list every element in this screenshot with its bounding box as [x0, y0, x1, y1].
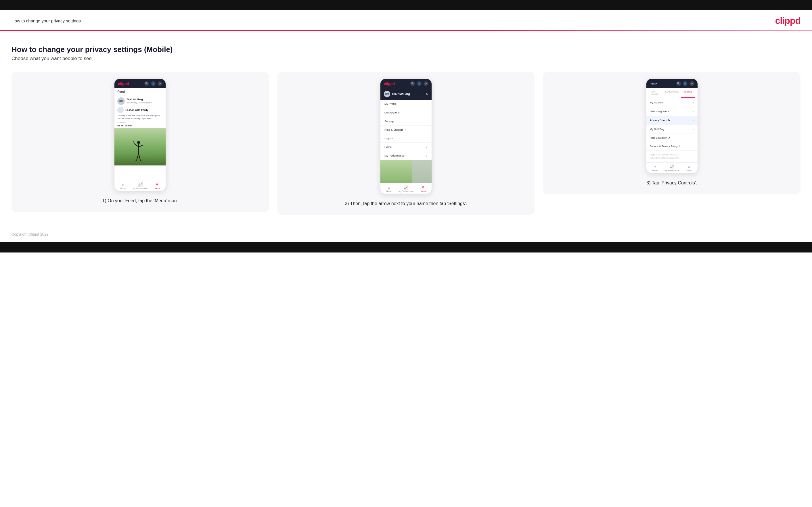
- step-3-label: 3) Tap ‘Privacy Controls’.: [646, 179, 697, 186]
- lesson-title: Lesson with Fordy: [125, 109, 148, 111]
- myaccount-chevron: ›: [693, 101, 694, 104]
- settings-footer: Clippd Client Version: 2022.8.3-3 GQL Se…: [646, 151, 698, 162]
- phone-3-bottom-nav: ⌂ Home 📈 My Performance ≡ Menu: [646, 162, 698, 173]
- bottom-nav-menu[interactable]: ≡ Menu: [149, 182, 166, 189]
- settings-item-helpsupport[interactable]: Help & Support ↗: [646, 134, 698, 142]
- settings-tabs: My Profile Connections Settings: [646, 88, 698, 98]
- lesson-duration-value: 01 hr : 30 min: [114, 124, 166, 128]
- tab-connections[interactable]: Connections: [663, 88, 681, 98]
- steps-container: clippd 🔍 👤 ⚙ Feed BM Blair McHarg: [11, 72, 801, 215]
- phone-1-bottom-nav: ⌂ Home 📈 My Performance ≡ Menu: [114, 180, 166, 191]
- bottom-nav-2-close[interactable]: ✕ Menu: [415, 185, 432, 192]
- menu-section-performance[interactable]: My Performance ∨: [380, 151, 432, 160]
- menu-section: Home ∨ My Performance ∨: [380, 143, 432, 160]
- helpsupport-label: Help & Support ↗: [650, 136, 670, 139]
- menu-item-settings[interactable]: Settings: [380, 117, 432, 125]
- settings-icon-3: ⚙: [690, 81, 694, 86]
- top-bar: [0, 0, 812, 10]
- settings-item-myaccount[interactable]: My Account ›: [646, 98, 698, 107]
- header-title: How to change your privacy settings: [11, 18, 81, 23]
- performance-icon: 📈: [138, 182, 143, 187]
- phone-2-bg: [380, 160, 432, 183]
- bg-overlay: [412, 160, 432, 183]
- settings-item-mygolfbag[interactable]: My Golf Bag ›: [646, 125, 698, 134]
- settings-list: My Account › Data Integrations › Privacy…: [646, 98, 698, 151]
- settings-item-dataintegrations[interactable]: Data Integrations ›: [646, 107, 698, 116]
- menu-label-3: Menu: [687, 169, 692, 171]
- bottom-nav-2-performance: 📈 My Performance: [397, 185, 414, 192]
- svg-line-5: [137, 153, 139, 160]
- golfer-svg: [132, 139, 145, 165]
- home-icon: ⌂: [122, 182, 124, 187]
- user-icon-3: 👤: [683, 81, 688, 86]
- menu-item-connections[interactable]: Connections: [380, 108, 432, 117]
- myaccount-label: My Account: [650, 101, 663, 104]
- page-heading: How to change your privacy settings (Mob…: [11, 45, 801, 54]
- performance-icon-2: 📈: [403, 185, 408, 189]
- menu-user-row[interactable]: BM Blair McHarg ∧: [380, 88, 432, 100]
- user-icon: 👤: [151, 81, 156, 86]
- bottom-nav-3-menu[interactable]: ≡ Menu: [680, 164, 697, 171]
- footer-line1: Clippd Client Version: 2022.8.3-3: [650, 153, 694, 157]
- phone-3-icons: 🔍 👤 ⚙: [676, 81, 694, 86]
- menu-icon-3: ≡: [688, 164, 690, 169]
- phone-1-logo: clippd: [118, 81, 129, 86]
- copyright-text: Copyright Clippd 2022: [11, 232, 49, 236]
- main-content: How to change your privacy settings (Mob…: [0, 39, 812, 226]
- dataintegrations-label: Data Integrations: [650, 110, 670, 113]
- menu-item-logout[interactable]: Logout: [380, 134, 432, 143]
- feed-post-meta: Blair McHarg Yesterday · Sunningdale: [127, 98, 152, 104]
- home-label-3: Home: [652, 169, 658, 171]
- step-1-card: clippd 🔍 👤 ⚙ Feed BM Blair McHarg: [11, 72, 269, 212]
- settings-icon: ⚙: [158, 81, 162, 86]
- tab-settings[interactable]: Settings: [681, 88, 695, 98]
- phone-2-bottom-nav: ⌂ Home 📈 My Performance ✕ Menu: [380, 183, 432, 193]
- tab-myprofile[interactable]: My Profile: [649, 88, 663, 98]
- menu-item-helpsupport[interactable]: Help & Support ↗: [380, 125, 432, 134]
- menu-item-myprofile[interactable]: My Profile: [380, 100, 432, 108]
- step-2-label: 2) Then, tap the arrow next to your name…: [345, 200, 467, 207]
- phone-2-nav: clippd 🔍 👤 ⚙: [380, 79, 432, 88]
- menu-items: My Profile Connections Settings Help & S…: [380, 100, 432, 143]
- settings-item-privacycontrols[interactable]: Privacy Controls ›: [646, 116, 698, 125]
- lesson-header: Lesson with Fordy: [114, 106, 166, 114]
- lesson-desc: Looking to feel like my hands are exitin…: [114, 114, 166, 121]
- svg-line-4: [133, 141, 135, 144]
- post-sub: Yesterday · Sunningdale: [127, 101, 152, 104]
- settings-icon-2: ⚙: [423, 81, 428, 86]
- menu-section-home[interactable]: Home ∨: [380, 143, 432, 151]
- privacycontrols-chevron: ›: [693, 119, 694, 122]
- menu-avatar: BM: [384, 91, 390, 97]
- mygolfbag-label: My Golf Bag: [650, 128, 664, 131]
- phone-1-body: Feed BM Blair McHarg Yesterday · Sunning…: [114, 88, 166, 180]
- home-icon-3: ⌂: [654, 164, 656, 169]
- header-divider: [0, 30, 812, 31]
- phone-2-icons: 🔍 👤 ⚙: [410, 81, 428, 86]
- menu-label: Menu: [155, 187, 160, 189]
- header: How to change your privacy settings clip…: [0, 10, 812, 30]
- svg-line-7: [135, 160, 137, 161]
- step-1-phone: clippd 🔍 👤 ⚙ Feed BM Blair McHarg: [114, 79, 166, 191]
- page-subheading: Choose what you want people to see: [11, 56, 801, 61]
- performance-label-2: My Performance: [399, 190, 413, 192]
- bottom-nav-home: ⌂ Home: [114, 182, 132, 189]
- menu-user-info: BM Blair McHarg: [384, 91, 410, 97]
- search-icon: 🔍: [144, 81, 149, 86]
- feed-tab: Feed: [114, 88, 166, 95]
- svg-line-6: [139, 153, 140, 160]
- close-label: Menu: [421, 190, 426, 192]
- dataintegrations-chevron: ›: [693, 110, 694, 113]
- phone-1-icons: 🔍 👤 ⚙: [144, 81, 162, 86]
- performance-icon-3: 📈: [669, 164, 674, 169]
- lesson-icon: [117, 107, 123, 113]
- performance-label-3: My Performance: [664, 169, 679, 171]
- step-2-card: clippd 🔍 👤 ⚙ BM Blair McHarg ∧: [277, 72, 535, 215]
- bottom-nav-3-home: ⌂ Home: [646, 164, 663, 171]
- back-button[interactable]: ‹ Back: [650, 82, 657, 85]
- svg-line-3: [139, 145, 143, 147]
- performance-chevron: ∨: [425, 154, 427, 157]
- step-1-label: 1) On your Feed, tap the ‘Menu’ icon.: [102, 198, 178, 204]
- home-label: Home: [120, 187, 126, 189]
- mygolfbag-chevron: ›: [693, 127, 694, 131]
- settings-item-serviceprivacy[interactable]: Service & Privacy Policy ↗: [646, 142, 698, 151]
